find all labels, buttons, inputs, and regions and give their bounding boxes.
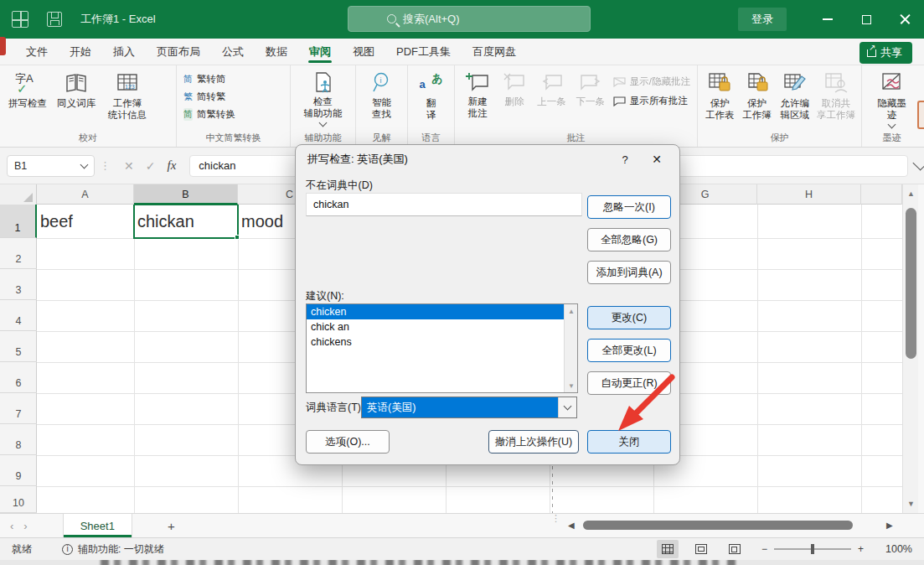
- tab-file[interactable]: 文件: [15, 39, 59, 65]
- dictionary-language-select[interactable]: 英语(美国): [361, 397, 577, 418]
- confirm-entry-icon[interactable]: ✓: [146, 159, 156, 173]
- scroll-up-icon[interactable]: ▲: [903, 186, 919, 201]
- smart-lookup-button[interactable]: i 智能 查找: [359, 69, 404, 121]
- zoom-out-button[interactable]: −: [761, 543, 767, 555]
- trad-to-simp-button[interactable]: 简 繁转简: [183, 73, 235, 86]
- zoom-slider[interactable]: [774, 548, 851, 550]
- sheet-tab-sheet1[interactable]: Sheet1: [63, 514, 132, 537]
- suggestion-item[interactable]: chickens: [307, 334, 577, 350]
- row-header-8[interactable]: 8: [0, 424, 37, 455]
- clipped-overlay-left: [0, 37, 6, 55]
- scroll-right-icon[interactable]: ▶: [886, 521, 900, 530]
- change-all-button[interactable]: 全部更改(L): [587, 339, 671, 362]
- add-to-dictionary-button[interactable]: 添加到词典(A): [587, 261, 671, 284]
- accessibility-status[interactable]: 辅助功能: 一切就绪: [62, 542, 164, 557]
- vertical-scrollbar[interactable]: ▲ ▼: [902, 184, 918, 513]
- misspelled-word-field[interactable]: chickan: [306, 193, 582, 216]
- ignore-once-button[interactable]: 忽略一次(I): [587, 195, 671, 219]
- row-header-2[interactable]: 2: [0, 238, 37, 269]
- undo-last-button[interactable]: 撤消上次操作(U): [488, 430, 579, 454]
- row-header-3[interactable]: 3: [0, 269, 37, 300]
- scroll-left-icon[interactable]: ◀: [568, 521, 581, 530]
- zoom-slider-thumb[interactable]: [811, 544, 814, 554]
- previous-comment-icon: [541, 71, 563, 93]
- row-header-1[interactable]: 1: [0, 205, 37, 238]
- column-header-A[interactable]: A: [37, 184, 134, 205]
- sheet-prev-icon[interactable]: ‹: [0, 520, 23, 532]
- new-comment-button[interactable]: 新建 批注: [458, 69, 497, 120]
- zoom-level[interactable]: 100%: [874, 543, 912, 555]
- tab-data[interactable]: 数据: [255, 39, 298, 65]
- name-box[interactable]: B1: [7, 155, 95, 177]
- tab-review[interactable]: 审阅: [298, 39, 342, 65]
- column-header-partial[interactable]: [861, 184, 902, 205]
- tab-page-layout[interactable]: 页面布局: [146, 39, 211, 65]
- search-placeholder: 搜索(Alt+Q): [403, 12, 460, 27]
- dialog-help-button[interactable]: ?: [609, 153, 641, 166]
- dialog-close-icon[interactable]: ✕: [641, 153, 673, 166]
- list-scroll-down-icon[interactable]: ▼: [565, 379, 578, 392]
- tab-baidu-netdisk[interactable]: 百度网盘: [462, 39, 527, 65]
- horizontal-scroll-thumb[interactable]: [583, 521, 853, 530]
- list-scrollbar[interactable]: ▲ ▼: [564, 304, 577, 392]
- close-window-button[interactable]: [885, 0, 924, 39]
- row-header-4[interactable]: 4: [0, 300, 37, 331]
- hide-ink-button[interactable]: 隐藏墨 迹: [869, 69, 916, 127]
- splitter-dots[interactable]: ⋮: [551, 516, 555, 520]
- page-break-view-button[interactable]: [724, 540, 746, 558]
- spell-check-button[interactable]: 字A ✓ 拼写检查: [3, 69, 52, 109]
- tab-view[interactable]: 视图: [342, 39, 385, 65]
- save-icon[interactable]: [47, 12, 62, 27]
- protect-workbook-button[interactable]: 保护 工作簿: [738, 69, 775, 122]
- vertical-scroll-thumb[interactable]: [906, 208, 916, 359]
- convert-button[interactable]: 简 简繁转换: [183, 108, 235, 121]
- options-button[interactable]: 选项(O)...: [306, 430, 390, 454]
- minimize-button[interactable]: [808, 0, 847, 39]
- ignore-all-button[interactable]: 全部忽略(G): [587, 228, 671, 251]
- row-header-5[interactable]: 5: [0, 331, 37, 362]
- show-all-comments-button[interactable]: 显示所有批注: [613, 95, 690, 107]
- check-accessibility-button[interactable]: 检查 辅助功能: [294, 69, 352, 126]
- tab-insert[interactable]: 插入: [102, 39, 146, 65]
- cancel-entry-icon[interactable]: ✕: [124, 159, 134, 173]
- tab-formulas[interactable]: 公式: [211, 39, 255, 65]
- row-header-9[interactable]: 9: [0, 455, 37, 486]
- change-button[interactable]: 更改(C): [587, 306, 671, 329]
- row-header-10[interactable]: 10: [0, 486, 37, 513]
- workbook-stats-button[interactable]: 123 工作簿 统计信息: [101, 69, 154, 122]
- thesaurus-button[interactable]: 同义词库: [52, 69, 101, 109]
- tab-pdf-tools[interactable]: PDF工具集: [385, 39, 462, 65]
- tab-home[interactable]: 开始: [59, 39, 102, 65]
- select-all-corner[interactable]: [0, 184, 37, 205]
- list-scroll-up-icon[interactable]: ▲: [565, 304, 578, 318]
- row-header-7[interactable]: 7: [0, 393, 37, 424]
- translate-button[interactable]: a あ 翻 译: [413, 69, 450, 122]
- group-comments: 新建 批注 删除 上一条 下一条 显示/隐藏批注: [454, 65, 697, 147]
- dropdown-chevron[interactable]: [558, 397, 576, 417]
- suggestion-item[interactable]: chicken: [307, 304, 577, 319]
- column-header-B[interactable]: B: [134, 184, 238, 205]
- maximize-button[interactable]: [847, 0, 885, 39]
- add-sheet-button[interactable]: +: [168, 519, 175, 533]
- fill-handle[interactable]: [235, 235, 240, 240]
- search-input[interactable]: 搜索(Alt+Q): [348, 6, 591, 32]
- scroll-down-icon[interactable]: ▼: [903, 496, 919, 511]
- sign-in-button[interactable]: 登录: [738, 8, 787, 31]
- normal-view-button[interactable]: [657, 540, 679, 558]
- cell-A1[interactable]: beef: [37, 205, 134, 238]
- sheet-next-icon[interactable]: ›: [23, 520, 37, 532]
- insert-function-icon[interactable]: fx: [167, 158, 176, 173]
- zoom-in-button[interactable]: +: [858, 543, 864, 555]
- allow-edit-ranges-button[interactable]: 允许编 辑区域: [776, 69, 814, 122]
- page-layout-view-button[interactable]: [690, 540, 712, 558]
- horizontal-scrollbar[interactable]: ◀ ▶: [568, 515, 900, 535]
- column-header-H[interactable]: H: [757, 184, 861, 205]
- suggestion-item[interactable]: chick an: [307, 319, 577, 334]
- suggestions-list[interactable]: chicken chick an chickens ▲ ▼: [306, 303, 578, 393]
- simp-to-trad-button[interactable]: 繁 简转繁: [183, 91, 235, 103]
- expand-formula-bar-icon[interactable]: [912, 158, 924, 170]
- protect-sheet-button[interactable]: 保护 工作表: [701, 69, 738, 122]
- search-icon: [387, 14, 396, 23]
- share-button[interactable]: 共享: [859, 42, 912, 64]
- row-header-6[interactable]: 6: [0, 362, 37, 393]
